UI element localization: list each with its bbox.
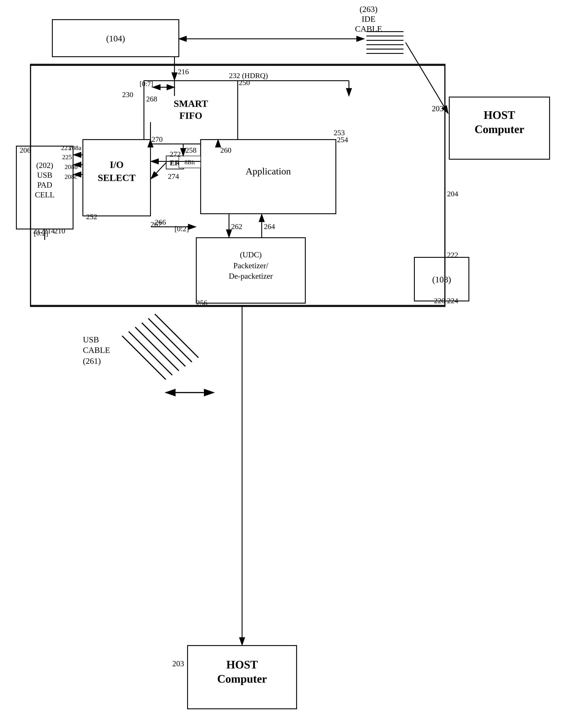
svg-text:CABLE: CABLE	[83, 346, 110, 355]
svg-text:Computer: Computer	[475, 123, 524, 135]
svg-text:208a: 208a	[69, 144, 81, 151]
svg-text:PAD: PAD	[37, 180, 52, 189]
svg-rect-24	[196, 238, 305, 303]
svg-line-43	[406, 43, 448, 113]
svg-line-105	[148, 318, 192, 362]
svg-text:262: 262	[231, 223, 242, 231]
svg-text:De-packetizer: De-packetizer	[229, 272, 273, 280]
svg-line-106	[155, 314, 199, 358]
svg-text:214: 214	[44, 227, 55, 235]
svg-text:268: 268	[146, 95, 157, 103]
svg-text:I/O: I/O	[110, 159, 124, 170]
svg-text:[0:7]: [0:7]	[139, 80, 153, 88]
svg-text:[0:2]: [0:2]	[174, 225, 189, 233]
svg-text:212: 212	[33, 227, 44, 235]
svg-text:(261): (261)	[83, 356, 101, 366]
svg-text:(263): (263)	[360, 5, 377, 14]
svg-text:FIFO: FIFO	[179, 110, 202, 121]
svg-text:206: 206	[19, 146, 31, 154]
svg-text:208c: 208c	[65, 173, 77, 180]
svg-text:230: 230	[122, 90, 133, 98]
svg-line-102	[129, 331, 172, 375]
svg-text:225: 225	[62, 153, 72, 161]
svg-text:Computer: Computer	[217, 673, 267, 685]
svg-text:204: 204	[447, 190, 458, 198]
svg-text:CELL: CELL	[35, 190, 54, 199]
svg-text:270: 270	[152, 135, 163, 143]
svg-text:HOST: HOST	[484, 109, 515, 121]
svg-text:203: 203	[432, 104, 444, 113]
svg-text:8Bit: 8Bit	[184, 159, 195, 166]
svg-text:(104): (104)	[106, 34, 125, 43]
svg-text:254: 254	[337, 136, 348, 144]
svg-text:224: 224	[447, 296, 458, 305]
svg-text:258: 258	[186, 146, 197, 154]
svg-text:264: 264	[264, 223, 275, 231]
svg-text:CABLE: CABLE	[355, 24, 382, 33]
diagram: (104) HOST Computer SMART FIFO I/O SELEC…	[0, 0, 574, 728]
svg-text:216: 216	[178, 68, 189, 76]
svg-text:SMART: SMART	[174, 98, 208, 109]
svg-line-101	[122, 336, 166, 379]
svg-text:250: 250	[239, 79, 250, 87]
svg-text:HOST: HOST	[227, 658, 258, 671]
svg-line-104	[142, 323, 186, 366]
svg-text:272: 272	[170, 150, 181, 158]
svg-text:266: 266	[155, 218, 166, 226]
svg-text:260: 260	[220, 146, 232, 154]
svg-text:USB: USB	[83, 335, 99, 344]
svg-text:222: 222	[447, 251, 458, 259]
svg-text:220: 220	[434, 296, 445, 305]
svg-text:210: 210	[54, 227, 65, 235]
svg-text:(108): (108)	[432, 275, 451, 284]
svg-text:USB: USB	[37, 171, 52, 179]
svg-line-72	[151, 162, 166, 179]
svg-text:256: 256	[196, 299, 207, 307]
svg-text:SELECT: SELECT	[98, 172, 136, 183]
svg-text:208b: 208b	[65, 163, 78, 170]
svg-text:252: 252	[86, 213, 97, 221]
svg-text:IDE: IDE	[362, 14, 375, 24]
svg-text:(UDC): (UDC)	[240, 250, 262, 259]
svg-text:203: 203	[172, 659, 184, 668]
svg-text:Application: Application	[246, 166, 291, 177]
svg-text:ER: ER	[170, 159, 180, 167]
svg-text:Packetizer/: Packetizer/	[233, 261, 268, 270]
svg-text:274: 274	[168, 172, 179, 180]
svg-text:(202): (202)	[36, 161, 53, 170]
svg-line-103	[135, 327, 179, 371]
